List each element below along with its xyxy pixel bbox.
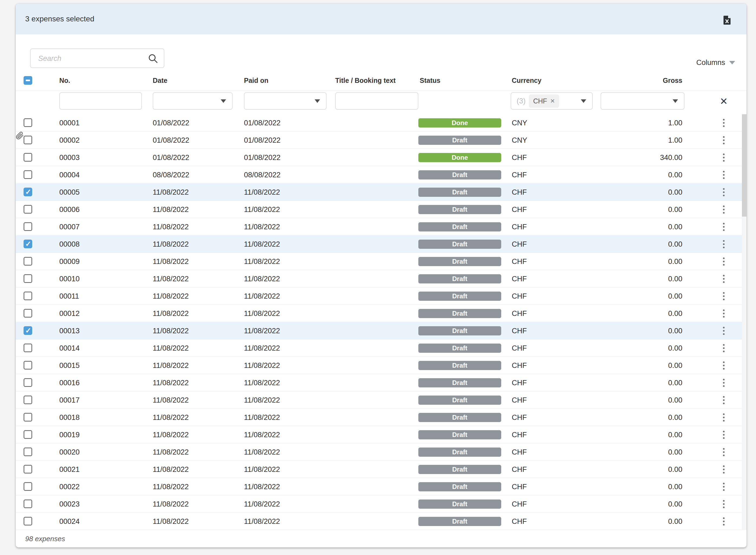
row-checkbox[interactable]: [24, 240, 32, 248]
cell-date: 11/08/2022: [153, 292, 189, 300]
table-row[interactable]: 00010 11/08/2022 11/08/2022 Draft CHF 0.…: [16, 270, 747, 288]
table-row[interactable]: 00002 01/08/2022 01/08/2022 Draft CNY 1.…: [16, 132, 747, 149]
column-header-no[interactable]: No.: [59, 77, 70, 84]
row-menu-kebab-icon[interactable]: [719, 447, 728, 457]
row-menu-kebab-icon[interactable]: [719, 326, 728, 336]
table-row[interactable]: 00009 11/08/2022 11/08/2022 Draft CHF 0.…: [16, 253, 747, 270]
row-menu-kebab-icon[interactable]: [719, 499, 728, 509]
table-row[interactable]: 00019 11/08/2022 11/08/2022 Draft CHF 0.…: [16, 426, 747, 443]
row-menu-kebab-icon[interactable]: [719, 205, 728, 214]
column-header-date[interactable]: Date: [153, 77, 167, 84]
row-menu-kebab-icon[interactable]: [719, 465, 728, 474]
table-row[interactable]: 00024 11/08/2022 11/08/2022 Draft CHF 0.…: [16, 513, 747, 530]
row-menu-kebab-icon[interactable]: [719, 118, 728, 128]
row-checkbox[interactable]: [24, 118, 32, 127]
cell-no: 00007: [59, 222, 80, 231]
row-checkbox[interactable]: [24, 326, 32, 335]
filter-date-select[interactable]: [153, 92, 233, 110]
cell-gross: 0.00: [668, 379, 682, 387]
table-row[interactable]: 00003 01/08/2022 01/08/2022 Done CHF 340…: [16, 149, 747, 166]
row-menu-kebab-icon[interactable]: [719, 413, 728, 422]
chip-remove-icon[interactable]: ×: [550, 98, 554, 104]
table-row[interactable]: 00007 11/08/2022 11/08/2022 Draft CHF 0.…: [16, 218, 747, 236]
table-row[interactable]: 00006 11/08/2022 11/08/2022 Draft CHF 0.…: [16, 201, 747, 218]
row-checkbox[interactable]: [24, 517, 32, 525]
row-checkbox[interactable]: [24, 222, 32, 231]
row-checkbox[interactable]: [24, 136, 32, 144]
row-menu-kebab-icon[interactable]: [719, 343, 728, 353]
filter-no-input[interactable]: [64, 93, 137, 109]
row-menu-kebab-icon[interactable]: [719, 222, 728, 232]
row-menu-kebab-icon[interactable]: [719, 482, 728, 492]
table-row[interactable]: 00011 11/08/2022 11/08/2022 Draft CHF 0.…: [16, 288, 747, 305]
table-row[interactable]: 00012 11/08/2022 11/08/2022 Draft CHF 0.…: [16, 305, 747, 322]
column-header-currency[interactable]: Currency: [512, 77, 542, 84]
table-row[interactable]: 00008 11/08/2022 11/08/2022 Draft CHF 0.…: [16, 236, 747, 253]
cell-gross: 0.00: [668, 361, 682, 370]
row-menu-kebab-icon[interactable]: [719, 135, 728, 145]
row-menu-kebab-icon[interactable]: [719, 170, 728, 180]
row-menu-kebab-icon[interactable]: [719, 257, 728, 266]
cell-paid-on: 01/08/2022: [244, 153, 281, 162]
row-checkbox[interactable]: [24, 430, 32, 439]
cell-gross: 0.00: [668, 171, 682, 179]
table-row[interactable]: 00015 11/08/2022 11/08/2022 Draft CHF 0.…: [16, 357, 747, 374]
filter-gross-select[interactable]: [600, 92, 684, 110]
table-row[interactable]: 00016 11/08/2022 11/08/2022 Draft CHF 0.…: [16, 374, 747, 391]
table-row[interactable]: 00021 11/08/2022 11/08/2022 Draft CHF 0.…: [16, 461, 747, 478]
row-menu-kebab-icon[interactable]: [719, 360, 728, 370]
table-row[interactable]: 00014 11/08/2022 11/08/2022 Draft CHF 0.…: [16, 340, 747, 357]
row-checkbox[interactable]: [24, 465, 32, 473]
table-row[interactable]: 00005 11/08/2022 11/08/2022 Draft CHF 0.…: [16, 183, 747, 201]
table-row[interactable]: 00004 08/08/2022 08/08/2022 Draft CHF 0.…: [16, 166, 747, 183]
row-checkbox[interactable]: [24, 482, 32, 491]
column-header-paid-on[interactable]: Paid on: [244, 77, 268, 84]
row-checkbox[interactable]: [24, 257, 32, 266]
columns-menu-button[interactable]: Columns: [696, 57, 735, 68]
row-menu-kebab-icon[interactable]: [719, 274, 728, 284]
select-all-checkbox[interactable]: [24, 76, 32, 85]
table-row[interactable]: 00018 11/08/2022 11/08/2022 Draft CHF 0.…: [16, 409, 747, 426]
row-checkbox[interactable]: [24, 395, 32, 404]
export-excel-icon[interactable]: [723, 15, 731, 25]
search-icon[interactable]: [148, 54, 158, 63]
row-menu-kebab-icon[interactable]: [719, 187, 728, 197]
row-menu-kebab-icon[interactable]: [719, 378, 728, 388]
cell-paid-on: 11/08/2022: [244, 517, 280, 525]
row-menu-kebab-icon[interactable]: [719, 395, 728, 405]
table-row[interactable]: 00017 11/08/2022 11/08/2022 Draft CHF 0.…: [16, 391, 747, 409]
row-checkbox[interactable]: [24, 187, 32, 196]
table-row[interactable]: 00023 11/08/2022 11/08/2022 Draft CHF 0.…: [16, 496, 747, 513]
column-header-gross[interactable]: Gross: [663, 77, 682, 84]
table-row[interactable]: 00013 11/08/2022 11/08/2022 Draft CHF 0.…: [16, 322, 747, 340]
row-checkbox[interactable]: [24, 344, 32, 352]
row-checkbox[interactable]: [24, 378, 32, 387]
row-menu-kebab-icon[interactable]: [719, 517, 728, 526]
row-menu-kebab-icon[interactable]: [719, 239, 728, 249]
row-checkbox[interactable]: [24, 292, 32, 300]
search-input[interactable]: [38, 50, 141, 67]
row-checkbox[interactable]: [24, 500, 32, 508]
row-menu-kebab-icon[interactable]: [719, 291, 728, 301]
filter-currency-select[interactable]: (3) CHF ×: [511, 92, 593, 110]
row-menu-kebab-icon[interactable]: [719, 153, 728, 163]
row-checkbox[interactable]: [24, 361, 32, 370]
filter-paid-on-select[interactable]: [244, 92, 327, 110]
row-checkbox[interactable]: [24, 274, 32, 283]
row-menu-kebab-icon[interactable]: [719, 309, 728, 318]
row-checkbox[interactable]: [24, 170, 32, 179]
clear-filters-icon[interactable]: ×: [717, 93, 730, 109]
table-row[interactable]: 00001 01/08/2022 01/08/2022 Done CNY 1.0…: [16, 114, 747, 132]
row-checkbox[interactable]: [24, 153, 32, 162]
row-checkbox[interactable]: [24, 447, 32, 456]
row-checkbox[interactable]: [24, 205, 32, 214]
filter-title-input[interactable]: [340, 93, 414, 109]
column-header-title[interactable]: Title / Booking text: [335, 77, 395, 84]
row-menu-kebab-icon[interactable]: [719, 430, 728, 440]
row-checkbox[interactable]: [24, 413, 32, 422]
row-checkbox[interactable]: [24, 309, 32, 317]
table-row[interactable]: 00020 11/08/2022 11/08/2022 Draft CHF 0.…: [16, 443, 747, 461]
column-header-status[interactable]: Status: [420, 77, 440, 84]
table-row[interactable]: 00022 11/08/2022 11/08/2022 Draft CHF 0.…: [16, 478, 747, 496]
scrollbar-thumb[interactable]: [742, 114, 747, 217]
